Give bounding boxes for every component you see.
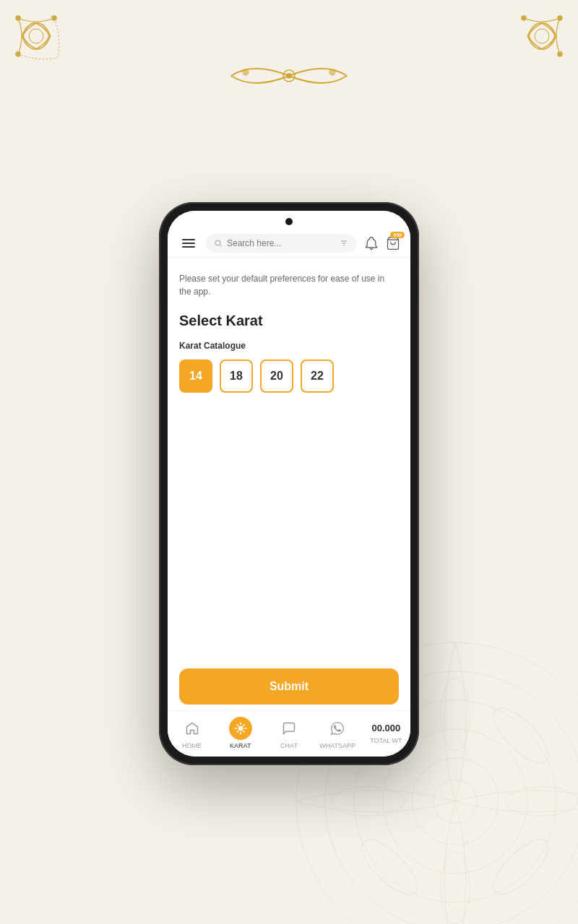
karat-nav-label: KARAT <box>230 742 251 749</box>
cart-badge: 999 <box>390 232 405 238</box>
nav-item-home[interactable]: HOME <box>172 717 212 749</box>
phone-screen: 999 Please set your default preferences … <box>168 211 410 757</box>
total-wt-value: 00.000 <box>371 723 400 733</box>
karat-catalogue-label: Karat Catalogue <box>179 341 399 351</box>
search-bar[interactable] <box>205 234 357 253</box>
home-nav-label: HOME <box>182 742 202 749</box>
header-icons: 999 <box>364 236 400 250</box>
svg-line-29 <box>220 245 222 247</box>
karat-option-20[interactable]: 20 <box>260 359 293 393</box>
corner-ornament-tl <box>14 14 101 87</box>
phone-frame: 999 Please set your default preferences … <box>159 202 419 765</box>
karat-icon <box>233 721 248 736</box>
nav-item-chat[interactable]: CHAT <box>269 717 309 749</box>
whatsapp-nav-label: WHATSAPP <box>319 742 355 749</box>
corner-ornament-tr <box>477 14 564 87</box>
karat-option-18[interactable]: 18 <box>220 359 253 393</box>
chat-icon <box>282 721 296 736</box>
bell-icon <box>364 236 379 250</box>
whatsapp-nav-icon <box>326 717 349 740</box>
search-icon <box>214 239 223 248</box>
camera-dot <box>285 218 293 225</box>
select-karat-title: Select Karat <box>179 313 399 329</box>
chat-nav-icon <box>277 717 301 740</box>
bottom-navigation: HOME KARAT CHAT <box>168 710 410 757</box>
karat-nav-icon <box>229 717 252 740</box>
svg-point-1 <box>29 29 43 43</box>
svg-point-34 <box>238 726 243 731</box>
camera-area <box>168 211 410 230</box>
svg-point-11 <box>287 74 291 78</box>
svg-point-28 <box>215 240 220 245</box>
preference-description: Please set your default preferences for … <box>179 272 399 298</box>
top-center-ornament <box>224 58 354 94</box>
home-nav-icon <box>181 717 204 740</box>
whatsapp-icon <box>330 721 345 736</box>
karat-option-22[interactable]: 22 <box>301 359 334 393</box>
chat-nav-label: CHAT <box>280 742 298 749</box>
submit-button[interactable]: Submit <box>179 668 399 705</box>
notification-bell[interactable] <box>364 236 379 250</box>
svg-point-2 <box>16 16 20 20</box>
svg-point-27 <box>354 832 426 903</box>
svg-point-13 <box>329 69 335 75</box>
total-wt-label: TOTAL WT <box>370 737 402 744</box>
cart-icon <box>386 236 400 250</box>
svg-point-7 <box>522 16 526 20</box>
svg-point-26 <box>486 700 557 772</box>
svg-point-25 <box>486 832 557 903</box>
svg-point-8 <box>558 16 562 20</box>
search-input[interactable] <box>227 238 335 248</box>
hamburger-menu-icon[interactable] <box>179 236 198 250</box>
app-header: 999 <box>168 230 410 258</box>
svg-point-6 <box>535 29 549 43</box>
svg-point-12 <box>243 69 249 75</box>
nav-item-whatsapp[interactable]: WHATSAPP <box>318 717 358 749</box>
home-icon <box>185 721 199 736</box>
nav-item-total-wt[interactable]: 00.000 TOTAL WT <box>366 723 406 744</box>
karat-option-14[interactable]: 14 <box>179 359 212 393</box>
karat-options: 14 18 20 22 <box>179 359 399 393</box>
svg-point-9 <box>558 52 562 56</box>
cart-icon-wrapper[interactable]: 999 <box>386 236 400 250</box>
main-content: Please set your default preferences for … <box>168 258 410 660</box>
filter-icon <box>340 239 348 248</box>
nav-item-karat[interactable]: KARAT <box>220 717 260 749</box>
submit-area: Submit <box>168 660 410 710</box>
